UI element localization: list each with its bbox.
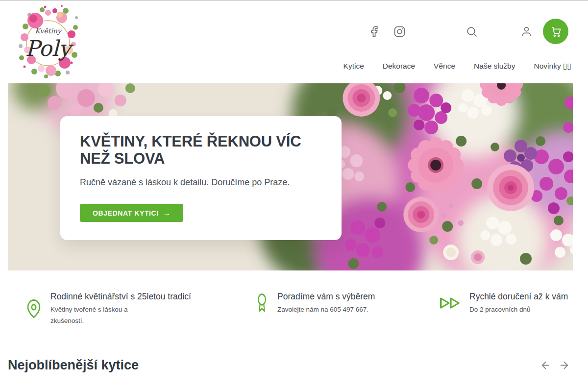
header-utility xyxy=(368,19,568,44)
page: Květiny Poly xyxy=(0,0,588,392)
order-bouquet-button[interactable]: OBJEDNAT KYTICI → xyxy=(80,204,183,222)
nav-item-dekorace[interactable]: Dekorace xyxy=(383,60,415,72)
main-nav: Kytice Dekorace Věnce Naše služby Novink… xyxy=(343,60,571,72)
location-pin-icon xyxy=(26,299,42,318)
instagram-icon[interactable] xyxy=(393,25,406,38)
account-icon[interactable] xyxy=(521,26,532,37)
award-icon xyxy=(255,293,269,313)
popular-section-header: Nejoblíbenější kytice xyxy=(8,358,570,373)
nav-item-novinky[interactable]: Novinky ▯▯ xyxy=(534,60,572,72)
hero-card: KVĚTINY, KTERÉ ŘEKNOU VÍC NEŽ SLOVA Ručn… xyxy=(60,116,342,240)
nav-item-kytice[interactable]: Kytice xyxy=(343,60,364,72)
hero-title-line1: KVĚTINY, KTERÉ ŘEKNOU VÍC xyxy=(80,133,322,150)
cart-icon xyxy=(550,25,562,38)
popular-section-title: Nejoblíbenější kytice xyxy=(8,358,139,373)
logo[interactable]: Květiny Poly xyxy=(17,4,79,80)
nav-item-nase-sluzby[interactable]: Naše služby xyxy=(474,60,515,72)
feature-title: Rychlé doručení až k vám xyxy=(469,291,568,302)
hero-title-line2: NEŽ SLOVA xyxy=(80,150,322,167)
feature-subtitle: Květiny tvořené s láskou a zkušeností. xyxy=(50,304,144,326)
logo-wreath-icon: Květiny Poly xyxy=(17,4,79,80)
feature-subtitle: Zavolejte nám na 605 497 667. xyxy=(277,304,375,315)
hero-subtitle: Ručně vázané s láskou k detailu. Doručím… xyxy=(80,177,322,188)
arrow-right-icon xyxy=(559,360,570,371)
feature-title: Poradíme vám s výběrem xyxy=(277,291,375,302)
feature-subtitle: Do 2 pracovních dnů xyxy=(469,304,568,315)
features-row: Rodinné květinářství s 25letou tradicí K… xyxy=(0,291,588,340)
feature-title: Rodinné květinářství s 25letou tradicí xyxy=(50,291,191,302)
feature-tradition: Rodinné květinářství s 25letou tradicí K… xyxy=(26,291,191,326)
facebook-icon[interactable] xyxy=(368,25,380,38)
nav-item-vence[interactable]: Věnce xyxy=(434,60,455,72)
arrow-left-icon xyxy=(540,360,551,371)
logo-text-main: Poly xyxy=(25,36,74,61)
hero: KVĚTINY, KTERÉ ŘEKNOU VÍC NEŽ SLOVA Ručn… xyxy=(8,83,573,270)
feature-delivery: Rychlé doručení až k vám Do 2 pracovních… xyxy=(439,291,568,315)
cart-button[interactable] xyxy=(543,19,568,44)
carousel-next-button[interactable] xyxy=(559,360,570,371)
carousel-nav xyxy=(540,360,570,371)
hero-title: KVĚTINY, KTERÉ ŘEKNOU VÍC NEŽ SLOVA xyxy=(80,133,322,167)
feature-advice: Poradíme vám s výběrem Zavolejte nám na … xyxy=(255,291,375,315)
fast-forward-icon xyxy=(439,295,461,311)
top-divider xyxy=(0,0,588,1)
order-button-label: OBJEDNAT KYTICI xyxy=(93,209,159,217)
search-icon[interactable] xyxy=(466,25,478,38)
carousel-prev-button[interactable] xyxy=(540,360,551,371)
logo-text-top: Květiny xyxy=(35,27,62,35)
arrow-right-icon: → xyxy=(163,209,171,217)
